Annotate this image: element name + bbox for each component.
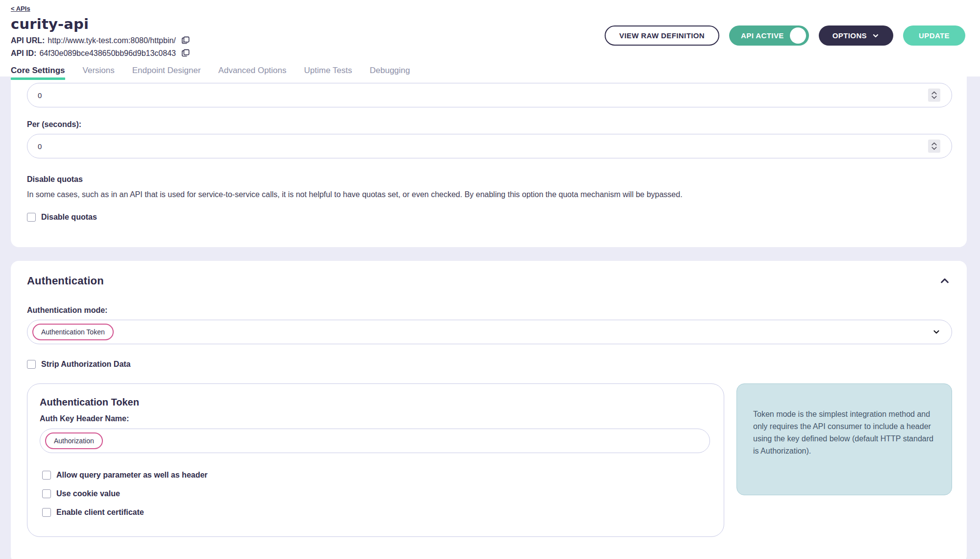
copy-icon[interactable]	[181, 49, 190, 58]
strip-authorization-label: Strip Authorization Data	[41, 360, 131, 369]
view-raw-definition-button[interactable]: VIEW RAW DEFINITION	[605, 25, 719, 46]
tab-advanced-options[interactable]: Advanced Options	[219, 66, 287, 80]
strip-authorization-checkbox[interactable]	[27, 360, 36, 369]
disable-quotas-description: In some cases, such as in an API that is…	[27, 189, 952, 200]
tab-debugging[interactable]: Debugging	[369, 66, 410, 80]
api-id-row: API ID: 64f30e089bce438650bb96d9b13c0843	[11, 49, 965, 58]
authentication-token-panel: Authentication Token Auth Key Header Nam…	[27, 383, 724, 537]
strip-authorization-row: Strip Authorization Data	[27, 360, 952, 369]
use-cookie-value-label: Use cookie value	[56, 489, 120, 498]
toggle-knob	[790, 27, 806, 44]
auth-key-header-value: Authorization	[45, 432, 103, 449]
update-button[interactable]: UPDATE	[903, 25, 965, 46]
per-seconds-input[interactable]	[27, 134, 952, 158]
disable-quotas-checkbox-label: Disable quotas	[41, 213, 97, 222]
api-active-label: API ACTIVE	[741, 31, 784, 40]
allow-query-param-checkbox[interactable]	[42, 471, 51, 480]
tab-endpoint-designer[interactable]: Endpoint Designer	[132, 66, 201, 80]
token-configuration-row: Authentication Token Auth Key Header Nam…	[27, 383, 952, 537]
header: < APIs curity-api API URL: http://www.ty…	[0, 0, 980, 76]
api-id-value: 64f30e089bce438650bb96d9b13c0843	[39, 49, 176, 58]
api-active-toggle[interactable]: API ACTIVE	[729, 25, 809, 46]
authentication-card: Authentication Authentication mode: Auth…	[11, 261, 967, 559]
token-options: Allow query parameter as well as header …	[40, 471, 710, 517]
tab-versions[interactable]: Versions	[83, 66, 115, 80]
number-stepper-icon[interactable]	[928, 140, 940, 153]
disable-quotas-row: Disable quotas	[27, 213, 952, 222]
auth-key-header-input[interactable]: Authorization	[40, 429, 710, 453]
authentication-mode-label: Authentication mode:	[27, 306, 952, 315]
enable-client-certificate-row: Enable client certificate	[42, 508, 710, 517]
authentication-section-header: Authentication	[27, 274, 952, 288]
api-url-value: http://www.tyk-test.com:8080/httpbin/	[48, 36, 175, 45]
disable-quotas-heading: Disable quotas	[27, 175, 952, 184]
number-stepper-icon[interactable]	[928, 89, 940, 102]
per-seconds-input-wrap	[27, 134, 952, 158]
api-id-label: API ID:	[11, 49, 36, 58]
chevron-down-icon	[872, 32, 880, 40]
rate-limit-card: Per (seconds): Disable quotas In some ca…	[11, 76, 967, 247]
rate-input[interactable]	[27, 83, 952, 107]
use-cookie-value-checkbox[interactable]	[42, 489, 51, 498]
api-url-label: API URL:	[11, 36, 45, 45]
copy-icon[interactable]	[181, 36, 190, 45]
authentication-heading: Authentication	[27, 275, 104, 287]
tab-core-settings[interactable]: Core Settings	[11, 66, 65, 80]
disable-quotas-checkbox[interactable]	[27, 213, 36, 222]
enable-client-certificate-checkbox[interactable]	[42, 508, 51, 517]
allow-query-param-row: Allow query parameter as well as header	[42, 471, 710, 480]
tab-bar: Core Settings Versions Endpoint Designer…	[11, 66, 965, 80]
chevron-down-icon	[932, 328, 941, 336]
token-mode-info-box: Token mode is the simplest integration m…	[736, 383, 952, 495]
options-button[interactable]: OPTIONS	[819, 25, 893, 46]
enable-client-certificate-label: Enable client certificate	[56, 508, 144, 517]
authentication-token-heading: Authentication Token	[40, 397, 710, 408]
per-seconds-label: Per (seconds):	[27, 120, 952, 129]
chevron-up-icon[interactable]	[937, 274, 952, 288]
auth-key-header-input-wrap: Authorization	[40, 429, 710, 453]
back-to-apis-link[interactable]: < APIs	[11, 5, 30, 12]
rate-input-wrap	[27, 83, 952, 107]
use-cookie-value-row: Use cookie value	[42, 489, 710, 498]
auth-key-header-name-label: Auth Key Header Name:	[40, 414, 710, 423]
page-content: Per (seconds): Disable quotas In some ca…	[0, 76, 980, 559]
tab-uptime-tests[interactable]: Uptime Tests	[304, 66, 352, 80]
authentication-mode-value: Authentication Token	[32, 324, 114, 340]
allow-query-param-label: Allow query parameter as well as header	[56, 471, 208, 480]
options-label: OPTIONS	[833, 31, 867, 40]
header-actions: VIEW RAW DEFINITION API ACTIVE OPTIONS U…	[605, 25, 965, 46]
authentication-mode-select[interactable]: Authentication Token	[27, 320, 952, 344]
